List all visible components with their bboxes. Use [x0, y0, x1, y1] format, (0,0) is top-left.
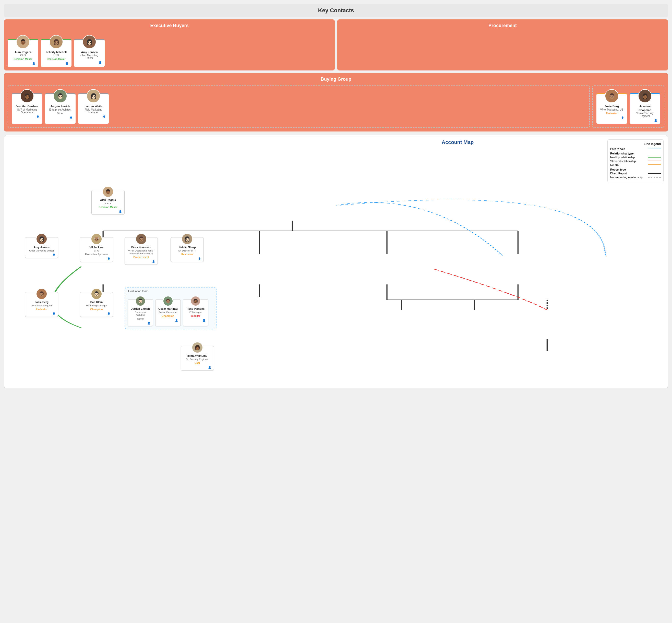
am-avatar-josie: 👨🏽 — [36, 288, 47, 299]
legend-nonreport-label: Non-reporting relationship — [610, 176, 643, 179]
buying-group-right: 👨🏽 Josie Berg VP of Marketing, US Evalua… — [592, 85, 664, 128]
am-card-oscar[interactable]: 👨🏽 Oscar Martinez Senior Developer Champ… — [155, 299, 181, 326]
legend-strained: Strained relationship — [610, 159, 661, 162]
legend-path-to-sale: Path to sale — [610, 147, 661, 150]
am-title-jurgen: Enterprise Architect — [130, 311, 150, 316]
am-icon-dan: 👤 — [83, 312, 110, 315]
contact-card-jurgen[interactable]: 👨🏻 Jurgen Emrich Enterprise Architect Ot… — [45, 93, 76, 124]
am-icon-rose: 👤 — [185, 319, 206, 322]
am-icon-amy: 👤 — [28, 254, 55, 256]
am-card-britta[interactable]: 👩🏾 Britta Wairiumu Sr. Security Engineer… — [181, 346, 214, 370]
am-icon-natalie: 👤 — [173, 257, 201, 260]
am-name-piers: Piers Newsman — [127, 246, 155, 249]
am-name-oscar: Oscar Martinez — [158, 307, 178, 311]
am-avatar-dan: 👨🏻 — [91, 288, 102, 299]
name-amy: Amy Jensen — [77, 50, 101, 54]
am-avatar-natalie: 👩🏻 — [181, 233, 193, 245]
am-role-britta: User — [183, 361, 211, 364]
am-name-natalie: Natalie Sharp — [173, 246, 201, 249]
tree-svg — [8, 185, 664, 384]
contact-card-jennifer[interactable]: 👩🏾 Jennifer Gardner SVP of Marketing Ope… — [12, 93, 42, 124]
title-alan: CEO — [11, 54, 35, 57]
am-card-natalie[interactable]: 👩🏻 Natalie Sharp Sr. Director of IT Eval… — [171, 237, 204, 262]
am-avatar-alan: 👨🏾 — [103, 186, 114, 197]
am-role-oscar: Champion — [158, 315, 178, 317]
buying-group-title: Buying Group — [8, 77, 664, 82]
title-amy: Chief Marketing Officer — [77, 54, 101, 59]
am-role-bill: Executive Sponsor — [83, 253, 110, 256]
am-name-britta: Britta Wairiumu — [183, 354, 211, 358]
title-jennifer: SVP of Marketing Operations — [15, 108, 39, 114]
am-icon-bill: 👤 — [83, 257, 110, 260]
legend-path-line — [648, 149, 661, 149]
am-card-josie[interactable]: 👨🏽 Josie Berg VP of Marketing, US Evalua… — [25, 292, 58, 317]
am-card-bill[interactable]: 👴🏽 Bill Jackson CFO Executive Sponsor 👤 — [80, 237, 113, 262]
card-icon-jennifer: 👤 — [15, 115, 39, 118]
avatar-jurgen: 👨🏻 — [53, 89, 67, 103]
avatar-jasmine: 👩🏾 — [638, 89, 652, 103]
am-avatar-bill: 👴🏽 — [91, 233, 102, 245]
legend-direct-line — [648, 173, 661, 174]
am-avatar-oscar: 👨🏽 — [163, 296, 173, 306]
card-icon-josie-bg: 👤 — [600, 116, 624, 119]
legend-neutral-line — [648, 165, 661, 165]
legend-strained-line — [648, 160, 661, 161]
am-avatar-britta: 👩🏾 — [192, 342, 203, 353]
am-title-natalie: Sr. Director of IT — [173, 249, 201, 252]
am-title-oscar: Senior Developer — [158, 311, 178, 314]
title-jurgen: Enterprise Architect — [48, 108, 72, 111]
buying-group-section: Buying Group 👩🏾 Jennifer Gardner SVP of … — [4, 73, 668, 131]
contact-card-jasmine[interactable]: 👩🏾 Jasmine Chapman Senior Security Engin… — [630, 93, 660, 124]
contact-card-lauren[interactable]: 👩🏻 Lauren White Field Marketing Manager … — [78, 93, 109, 124]
key-contacts-section: Executive Buyers 👨🏾 Alan Rogers CEO Deci… — [4, 20, 668, 70]
name-jennifer: Jennifer Gardner — [15, 105, 39, 108]
am-title-bill: CFO — [83, 249, 110, 252]
avatar-lauren: 👩🏻 — [87, 89, 100, 103]
name-alan: Alan Rogers — [11, 50, 35, 54]
am-role-jurgen: Other — [130, 317, 150, 320]
am-card-piers[interactable]: 👨🏽 Piers Newsman VP of Operational Risk … — [125, 237, 158, 265]
am-icon-oscar: 👤 — [158, 319, 178, 322]
am-name-dan: Dan Klein — [83, 300, 110, 304]
am-name-josie: Josie Berg — [28, 300, 55, 304]
am-card-amy[interactable]: 👩🏻 Amy Jensen Chief Marketing Officer 👤 — [25, 237, 58, 258]
am-title-dan: Marketing Manager — [83, 304, 110, 307]
contact-card-felicity[interactable]: 👩🏽 Felicity Mitchell CTO Decision Maker … — [41, 39, 71, 67]
contact-card-amy[interactable]: 👩🏻 Amy Jensen Chief Marketing Officer 👤 — [74, 39, 105, 67]
avatar-jennifer: 👩🏾 — [20, 89, 34, 103]
contact-card-alan[interactable]: 👨🏾 Alan Rogers CEO Decision Maker 👤 — [8, 39, 38, 67]
am-card-jurgen[interactable]: 👨🏻 Jurgen Emrich Enterprise Architect Ot… — [128, 299, 153, 326]
am-avatar-piers: 👨🏽 — [136, 233, 147, 245]
am-card-alan[interactable]: 👨🏾 Alan Rogers CEO Decision Maker 👤 — [91, 190, 125, 215]
am-icon-britta: 👤 — [183, 366, 211, 369]
card-icon-jasmine: 👤 — [633, 119, 657, 122]
legend-path-label: Path to sale — [610, 147, 625, 150]
name-jurgen: Jurgen Emrich — [48, 105, 72, 108]
am-card-dan[interactable]: 👨🏻 Dan Klein Marketing Manager Champion … — [80, 292, 113, 317]
legend-healthy-label: Healthy relationship — [610, 156, 635, 159]
card-icon-alan: 👤 — [11, 62, 35, 65]
am-role-piers: Procurement — [127, 256, 155, 259]
account-map-title: Account Map — [308, 140, 607, 145]
card-icon-jurgen: 👤 — [48, 116, 72, 119]
procurement-panel: Procurement — [337, 20, 668, 70]
contact-card-josie-bg[interactable]: 👨🏽 Josie Berg VP of Marketing, US Evalua… — [596, 93, 627, 124]
role-alan: Decision Maker — [11, 58, 35, 60]
am-title-amy: Chief Marketing Officer — [28, 249, 55, 252]
title-lauren: Field Marketing Manager — [81, 108, 106, 114]
name-lauren: Lauren White — [81, 105, 106, 108]
legend-healthy-line — [648, 157, 661, 157]
procurement-title: Procurement — [341, 23, 664, 28]
account-map-section: Account Map Line legend Path to sale Rel… — [4, 135, 668, 388]
am-title-britta: Sr. Security Engineer — [183, 358, 211, 360]
legend-neutral: Neutral — [610, 164, 661, 167]
am-name-bill: Bill Jackson — [83, 246, 110, 249]
am-name-amy: Amy Jensen — [28, 246, 55, 249]
name-felicity: Felicity Mitchell — [44, 50, 68, 54]
avatar-alan: 👨🏾 — [16, 35, 30, 49]
am-card-rose[interactable]: 👩🏾 Rose Parsons IT Manager Blocker 👤 — [183, 299, 208, 326]
am-avatar-rose: 👩🏾 — [191, 296, 201, 306]
avatar-amy: 👩🏻 — [83, 35, 96, 49]
am-icon-piers: 👤 — [127, 260, 155, 263]
legend-direct-label: Direct Report — [610, 172, 627, 175]
